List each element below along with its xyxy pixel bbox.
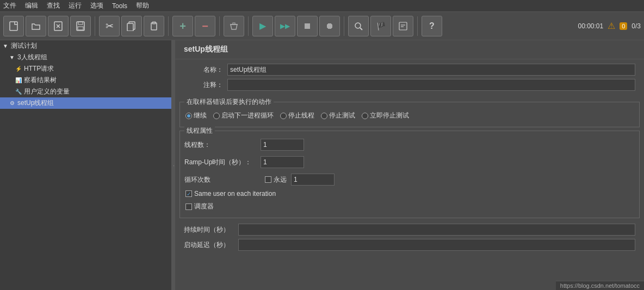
menubar: 文件 编辑 查找 运行 选项 Tools 帮助 (0, 0, 644, 12)
close-button[interactable] (48, 16, 69, 36)
name-label: 名称： (184, 65, 227, 75)
radio-stop-test-now-circle (362, 113, 368, 119)
chevron-down-icon: ▼ (2, 43, 9, 49)
left-panel: ▼ 测试计划 ▼ 3人线程组 ⚡ HTTP请求 📊 察看结果树 🔧 用户定义的变… (0, 40, 172, 290)
timer-display: 00:00:01 (578, 22, 603, 30)
report-button[interactable] (393, 16, 413, 36)
help-button[interactable]: ? (422, 16, 442, 36)
copy-button[interactable] (121, 16, 142, 36)
setup-icon: ⚙ (9, 100, 15, 106)
right-panel: setUp线程组 名称： 注释： 在取样器错误后要执行的动作 继续 (175, 40, 644, 290)
sidebar-label-setup-group: setUp线程组 (17, 98, 54, 108)
cut-button[interactable]: ✂ (99, 16, 120, 36)
duration-input[interactable] (238, 224, 635, 236)
radio-stop-thread-label: 停止线程 (288, 111, 314, 120)
same-user-checkbox-wrap[interactable]: Same user on each iteration (184, 190, 635, 198)
remove-button[interactable]: − (195, 16, 215, 36)
forever-checkbox (265, 176, 271, 183)
sidebar-item-user-vars[interactable]: 🔧 用户定义的变量 (0, 86, 171, 97)
separator-5 (344, 16, 344, 36)
menu-help[interactable]: 帮助 (135, 1, 150, 10)
radio-stop-test-label: 停止测试 (329, 111, 355, 120)
http-icon: ⚡ (15, 66, 22, 72)
radio-stop-thread-circle (280, 113, 287, 119)
radio-continue-circle (185, 113, 192, 119)
radio-next-loop-label: 启动下一进程循环 (221, 111, 274, 120)
panel-title: setUp线程组 (175, 40, 644, 59)
duration-row: 持续时间（秒） (184, 224, 635, 236)
chevron-down-icon-2: ▼ (9, 54, 15, 60)
menu-tools[interactable]: Tools (111, 2, 128, 10)
separator-1 (95, 16, 95, 36)
radio-stop-thread[interactable]: 停止线程 (280, 111, 314, 120)
new-button[interactable] (3, 16, 24, 36)
menu-run[interactable]: 运行 (67, 1, 83, 10)
sidebar-label-http-request: HTTP请求 (24, 64, 54, 73)
sidebar-item-test-plan[interactable]: ▼ 测试计划 (0, 40, 171, 52)
radio-continue-label: 继续 (194, 111, 207, 120)
name-row: 名称： (184, 64, 635, 76)
radio-stop-test-circle (321, 113, 327, 119)
open-button[interactable] (26, 16, 46, 36)
loop-count-row: 循环次数 永远 (184, 174, 635, 186)
search-button[interactable] (348, 16, 369, 36)
error-options-row: 继续 启动下一进程循环 停止线程 停止测试 立即停止测试 (184, 109, 635, 122)
menu-options[interactable]: 选项 (89, 1, 104, 10)
toolbar-right: 00:00:01 ⚠ 0 0/3 (578, 21, 641, 31)
radio-continue[interactable]: 继续 (185, 111, 207, 120)
warning-count: 0 (620, 22, 627, 30)
bottom-form: 持续时间（秒） 启动延迟（秒） (175, 221, 644, 256)
start-button[interactable]: ▶ (252, 16, 273, 36)
sidebar-item-http-request[interactable]: ⚡ HTTP请求 (0, 63, 171, 75)
comment-label: 注释： (184, 81, 227, 90)
svg-rect-6 (78, 27, 83, 30)
error-action-group: 在取样器错误后要执行的动作 继续 启动下一进程循环 停止线程 停止测试 (179, 102, 640, 127)
paste-button[interactable] (144, 16, 164, 36)
sidebar-item-thread-group[interactable]: ▼ 3人线程组 (0, 52, 171, 63)
radio-stop-test[interactable]: 停止测试 (321, 111, 355, 120)
delay-input[interactable] (238, 239, 635, 251)
loop-count-input[interactable] (291, 174, 335, 186)
delay-row: 启动延迟（秒） (184, 239, 635, 251)
thread-count-label: 线程数： (184, 140, 261, 150)
clear-button[interactable] (224, 16, 244, 36)
start-no-pause-button[interactable]: ▶▶ (275, 16, 295, 36)
same-user-label: Same user on each iteration (194, 190, 276, 198)
radio-stop-test-now[interactable]: 立即停止测试 (362, 111, 409, 120)
sidebar-item-result-tree[interactable]: 📊 察看结果树 (0, 75, 171, 86)
thread-count-input[interactable] (261, 139, 304, 151)
comment-input[interactable] (227, 79, 635, 91)
sidebar-item-setup-group[interactable]: ⚙ setUp线程组 (0, 97, 171, 109)
stop-button[interactable]: ⏹ (297, 16, 318, 36)
sidebar-label-result-tree: 察看结果树 (24, 76, 57, 85)
menu-file[interactable]: 文件 (2, 1, 17, 10)
separator-3 (219, 16, 220, 36)
toolbar: ✂ + − ▶ ▶▶ ⏹ ⏺ 🏴 ? 00:00:01 ⚠ 0 0/3 (0, 12, 644, 40)
save-button[interactable] (70, 16, 91, 36)
loop-count-label: 循环次数 (184, 175, 261, 184)
clear-all-button[interactable]: 🏴 (370, 16, 391, 36)
delay-label: 启动延迟（秒） (184, 240, 238, 250)
thread-count-row: 线程数： (184, 139, 635, 151)
thread-props-group: 线程属性 线程数： Ramp-Up时间（秒）： 循环次数 永远 (179, 131, 640, 218)
radio-next-loop[interactable]: 启动下一进程循环 (213, 111, 274, 120)
menu-find[interactable]: 查找 (46, 1, 61, 10)
ramp-up-label: Ramp-Up时间（秒）： (184, 158, 261, 167)
radio-next-loop-circle (213, 113, 220, 119)
result-icon: 📊 (15, 77, 22, 83)
add-button[interactable]: + (172, 16, 193, 36)
svg-line-13 (360, 28, 362, 30)
svg-rect-14 (399, 22, 407, 30)
menu-edit[interactable]: 编辑 (24, 1, 39, 10)
vars-icon: 🔧 (15, 89, 22, 95)
scheduler-checkbox-wrap[interactable]: 调度器 (184, 202, 635, 211)
name-input[interactable] (227, 64, 635, 76)
sidebar-label-thread-group: 3人线程组 (17, 53, 47, 62)
duration-label: 持续时间（秒） (184, 225, 238, 235)
forever-checkbox-wrap[interactable]: 永远 (265, 175, 287, 184)
sidebar-label-user-vars: 用户定义的变量 (24, 87, 70, 96)
main-layout: ▼ 测试计划 ▼ 3人线程组 ⚡ HTTP请求 📊 察看结果树 🔧 用户定义的变… (0, 40, 644, 290)
same-user-checkbox (185, 190, 192, 197)
ramp-up-input[interactable] (261, 156, 304, 168)
shutdown-button[interactable]: ⏺ (319, 16, 340, 36)
